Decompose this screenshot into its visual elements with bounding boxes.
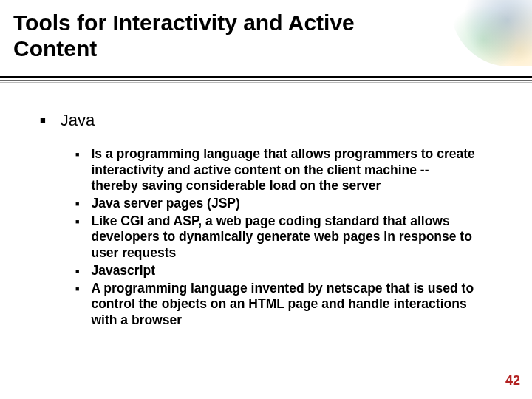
bullet-icon: ■	[75, 219, 79, 225]
bullet-icon: ■	[75, 201, 79, 208]
bullet-icon: ■	[75, 268, 79, 275]
list-item: ■ Is a programming language that allows …	[75, 146, 502, 194]
topic-label: Java	[61, 111, 95, 130]
title-underline-light	[0, 82, 532, 83]
point-text: Like CGI and ASP, a web page coding stan…	[91, 214, 475, 262]
list-item: ■ Javascript	[75, 263, 502, 279]
point-text: Java server pages (JSP)	[91, 196, 239, 212]
bullet-icon: ■	[75, 286, 79, 293]
list-item: ■ A programming language invented by net…	[75, 281, 502, 329]
decorative-corner-graphic	[451, 0, 532, 66]
point-text: Javascript	[91, 263, 155, 279]
list-item: ■ Java server pages (JSP)	[75, 196, 502, 212]
page-number: 42	[505, 373, 520, 389]
content-area: ■ Java ■ Is a programming language that …	[40, 111, 502, 330]
title-underline-mid	[0, 80, 532, 81]
slide-title: Tools for Interactivity and Active Conte…	[13, 10, 436, 61]
sub-list: ■ Is a programming language that allows …	[75, 146, 502, 329]
title-underline-heavy	[0, 76, 532, 78]
list-item: ■ Java	[40, 111, 502, 130]
bullet-icon: ■	[75, 151, 79, 158]
point-text: A programming language invented by netsc…	[91, 281, 475, 329]
point-text: Is a programming language that allows pr…	[91, 146, 475, 194]
list-item: ■ Like CGI and ASP, a web page coding st…	[75, 214, 502, 262]
bullet-icon: ■	[40, 115, 46, 125]
